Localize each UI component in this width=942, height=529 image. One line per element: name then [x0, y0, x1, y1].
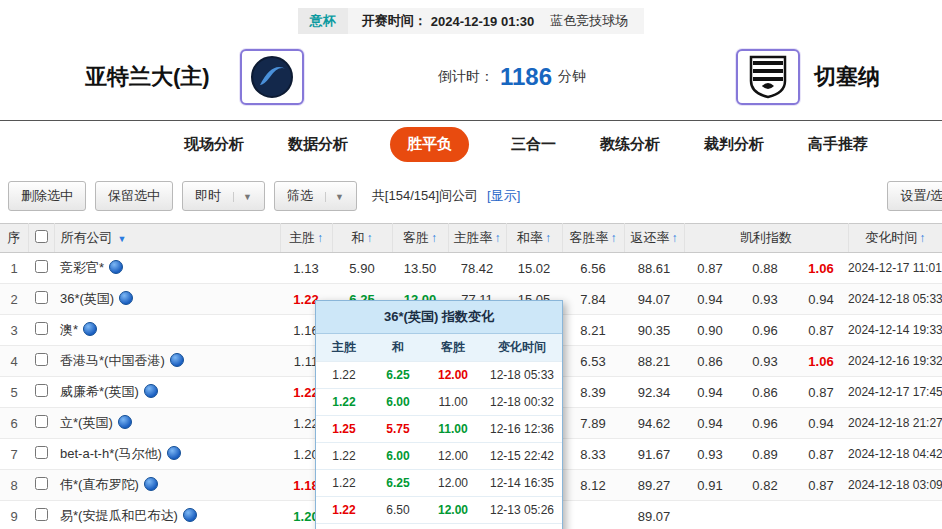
company-cell[interactable]: 立*(英国) — [54, 408, 280, 439]
tab[interactable]: 胜平负 — [390, 127, 469, 162]
col-return-rate[interactable]: 返还率↑ — [624, 224, 684, 253]
company-cell[interactable]: 36*(英国) — [54, 284, 280, 315]
dropdown-icon: ▼ — [118, 234, 127, 244]
home-team-name: 亚特兰大(主) — [85, 62, 210, 92]
kelly-home: 0.87 — [684, 253, 736, 284]
show-link[interactable]: [显示] — [487, 187, 520, 205]
tab[interactable]: 高手推荐 — [806, 127, 870, 162]
company-odds-history-icon[interactable] — [144, 384, 158, 398]
company-cell[interactable]: bet-a-t-h*(马尔他) — [54, 439, 280, 470]
company-cell[interactable]: 竞彩官* — [54, 253, 280, 284]
sort-asc-icon: ↑ — [672, 231, 678, 245]
row-checkbox[interactable] — [35, 353, 48, 366]
start-time-value: 2024-12-19 01:30 — [431, 14, 544, 29]
popup-away-odds: 12.00 — [424, 362, 482, 389]
popup-table: 主胜 和 客胜 变化时间 1.22 6.25 12.00 12-18 05:33… — [316, 334, 562, 529]
away-rate: 7.84 — [562, 284, 624, 315]
popup-col-home: 主胜 — [316, 334, 372, 362]
row-checkbox[interactable] — [35, 446, 48, 459]
away-odds[interactable]: 13.50 — [392, 253, 448, 284]
kelly-away: 0.87 — [794, 439, 848, 470]
select-all-checkbox[interactable] — [35, 230, 48, 243]
table-toolbar: 删除选中 保留选中 即时▼ 筛选▼ 共[154/154]间公司 [显示] 设置/… — [0, 167, 942, 223]
kelly-draw: 0.93 — [736, 284, 794, 315]
settings-button[interactable]: 设置/选 — [887, 181, 942, 211]
tab[interactable]: 现场分析 — [182, 127, 246, 162]
popup-away-odds: 12.00 — [424, 497, 482, 524]
row-checkbox[interactable] — [35, 322, 48, 335]
tab[interactable]: 教练分析 — [598, 127, 662, 162]
sort-asc-icon: ↑ — [367, 231, 373, 245]
company-cell[interactable]: 伟*(直布罗陀) — [54, 470, 280, 501]
col-company[interactable]: 所有公司▼ — [54, 224, 280, 253]
company-name: 竞彩官* — [60, 260, 104, 275]
company-odds-history-icon[interactable] — [167, 446, 181, 460]
tab[interactable]: 裁判分析 — [702, 127, 766, 162]
change-time: 2024-12-18 04:42 — [848, 439, 942, 470]
kelly-home — [684, 501, 736, 529]
col-change-time[interactable]: 变化时间↑ — [848, 224, 942, 253]
delete-selected-button[interactable]: 删除选中 — [8, 181, 86, 211]
away-rate: 8.12 — [562, 470, 624, 501]
company-cell[interactable]: 易*(安提瓜和巴布达) — [54, 501, 280, 529]
row-checkbox[interactable] — [35, 415, 48, 428]
popup-home-odds: 1.20 — [316, 524, 372, 529]
sort-asc-icon: ↑ — [919, 231, 925, 245]
col-draw-rate[interactable]: 和率↑ — [506, 224, 562, 253]
popup-home-odds: 1.22 — [316, 362, 372, 389]
chevron-down-icon: ▼ — [233, 192, 252, 202]
draw-odds[interactable]: 5.90 — [332, 253, 392, 284]
company-odds-history-icon[interactable] — [183, 508, 197, 522]
tab[interactable]: 三合一 — [509, 127, 558, 162]
popup-home-odds: 1.22 — [316, 470, 372, 497]
popup-draw-odds: 6.50 — [372, 497, 424, 524]
company-odds-history-icon[interactable] — [109, 260, 123, 274]
kelly-home: 0.94 — [684, 284, 736, 315]
row-checkbox[interactable] — [35, 260, 48, 273]
col-home-odds[interactable]: 主胜↑ — [280, 224, 332, 253]
company-odds-history-icon[interactable] — [118, 415, 132, 429]
row-checkbox[interactable] — [35, 384, 48, 397]
company-cell[interactable]: 澳* — [54, 315, 280, 346]
company-cell[interactable]: 香港马*(中国香港) — [54, 346, 280, 377]
col-home-label: 主胜 — [289, 230, 315, 245]
popup-row: 1.22 6.00 12.00 12-15 22:42 — [316, 443, 562, 470]
row-index: 3 — [0, 315, 28, 346]
col-home-rate[interactable]: 主胜率↑ — [448, 224, 506, 253]
popup-title: 36*(英国) 指数变化 — [316, 301, 562, 334]
tab[interactable]: 数据分析 — [286, 127, 350, 162]
kelly-draw: 0.89 — [736, 439, 794, 470]
popup-change-time: 12-14 16:35 — [482, 470, 562, 497]
row-checkbox[interactable] — [35, 477, 48, 490]
popup-away-odds: 12.00 — [424, 443, 482, 470]
keep-selected-button[interactable]: 保留选中 — [95, 181, 173, 211]
row-checkbox-cell — [28, 377, 54, 408]
company-odds-history-icon[interactable] — [170, 353, 184, 367]
company-odds-history-icon[interactable] — [83, 322, 97, 336]
company-cell[interactable]: 威廉希*(英国) — [54, 377, 280, 408]
col-away-rate[interactable]: 客胜率↑ — [562, 224, 624, 253]
company-odds-history-icon[interactable] — [144, 477, 158, 491]
row-checkbox[interactable] — [35, 291, 48, 304]
popup-draw-odds: 6.25 — [372, 470, 424, 497]
popup-col-away: 客胜 — [424, 334, 482, 362]
away-team-name: 切塞纳 — [814, 62, 880, 92]
company-name: 伟*(直布罗陀) — [60, 477, 139, 492]
instant-dropdown[interactable]: 即时▼ — [182, 181, 265, 211]
company-odds-history-icon[interactable] — [119, 291, 133, 305]
popup-col-time: 变化时间 — [482, 334, 562, 362]
popup-away-odds: 11.00 — [424, 389, 482, 416]
col-away-odds[interactable]: 客胜↑ — [392, 224, 448, 253]
kelly-away: 0.94 — [794, 408, 848, 439]
home-odds[interactable]: 1.13 — [280, 253, 332, 284]
col-draw-odds[interactable]: 和↑ — [332, 224, 392, 253]
row-checkbox[interactable] — [35, 508, 48, 521]
kelly-away: 0.87 — [794, 315, 848, 346]
filter-dropdown[interactable]: 筛选▼ — [274, 181, 357, 211]
col-return-rate-label: 返还率 — [631, 230, 670, 245]
popup-draw-odds: 6.00 — [372, 389, 424, 416]
away-rate: 8.33 — [562, 439, 624, 470]
popup-row: 1.22 6.25 12.00 12-18 05:33 — [316, 362, 562, 389]
company-count-text: 共[154/154]间公司 — [372, 187, 478, 205]
filter-dropdown-label: 筛选 — [287, 188, 313, 203]
